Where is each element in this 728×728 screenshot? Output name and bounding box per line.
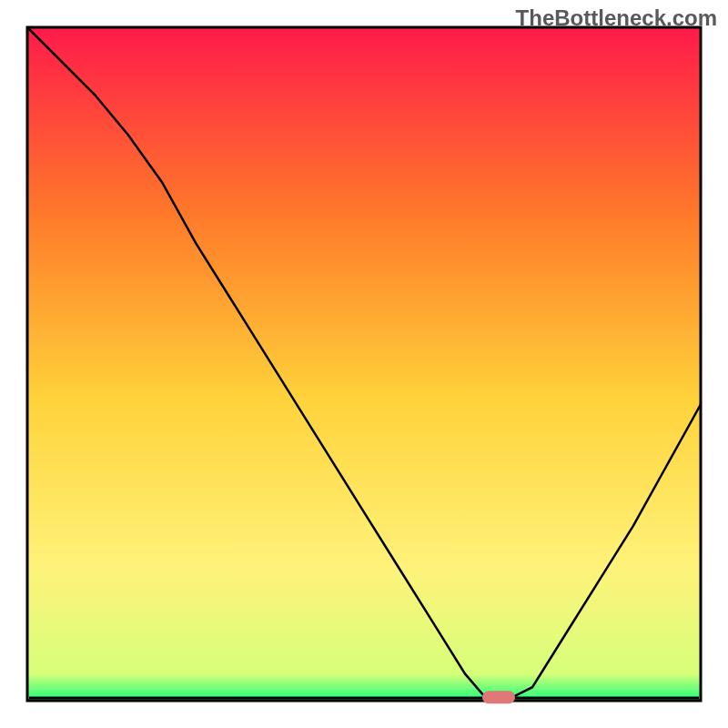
minimum-marker (482, 691, 515, 703)
chart-container: { "watermark": "TheBottleneck.com", "cha… (0, 0, 728, 728)
plot-background (27, 27, 701, 701)
watermark-text: TheBottleneck.com (516, 5, 717, 31)
chart-svg (0, 0, 728, 728)
